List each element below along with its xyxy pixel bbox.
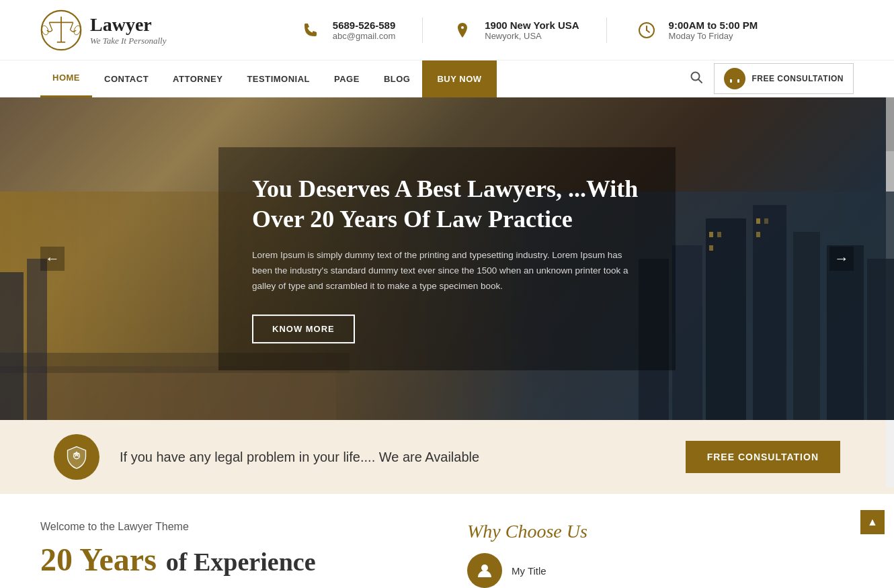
hero-title: You Deserves A Best Lawyers, ...With Ove… — [252, 174, 642, 235]
consult-cta-button[interactable]: FREE CONSULTATION — [686, 441, 840, 473]
avatar-icon — [467, 553, 502, 588]
logo-icon — [40, 9, 82, 51]
welcome-title: Welcome to the Lawyer Theme — [40, 521, 427, 533]
my-title-label: My Title — [512, 565, 546, 577]
top-bar: Lawyer We Take It Personally 5689-526-58… — [0, 0, 894, 60]
hero-next-arrow[interactable]: → — [829, 247, 854, 271]
logo-text: Lawyer We Take It Personally — [90, 14, 167, 46]
phone-icon — [298, 17, 323, 43]
svg-line-12 — [698, 79, 702, 83]
years-number: 20 Years — [40, 541, 157, 578]
phone-text: 5689-526-589 abc@gmail.com — [333, 19, 395, 41]
top-info: 5689-526-589 abc@gmail.com 1900 New York… — [202, 17, 854, 43]
buy-now-button[interactable]: BUY NOW — [422, 60, 496, 97]
right-column: Why Choose Us My Title — [467, 521, 854, 588]
consultation-nav-button[interactable]: FREE CONSULTATION — [714, 63, 854, 94]
hero-section: You Deserves A Best Lawyers, ...With Ove… — [0, 97, 894, 420]
consultation-nav-label: FREE CONSULTATION — [752, 74, 844, 83]
nav-item-home[interactable]: HOME — [40, 60, 92, 97]
consult-text: If you have any legal problem in your li… — [120, 450, 665, 465]
nav-item-blog[interactable]: BLOG — [372, 60, 423, 97]
clock-icon — [634, 17, 659, 43]
address-block: 1900 New York USA Newyork, USA — [422, 17, 606, 43]
svg-line-3 — [49, 22, 52, 30]
years-line: 20 Years of Experience — [40, 541, 427, 578]
nav-bar: HOME CONTACT ATTORNEY TESTIMONIAL PAGE B… — [0, 60, 894, 97]
svg-line-4 — [70, 22, 73, 30]
site-subtitle: We Take It Personally — [90, 36, 167, 46]
consult-badge-icon — [54, 434, 99, 480]
nav-right: FREE CONSULTATION — [690, 63, 854, 94]
nav-links: HOME CONTACT ATTORNEY TESTIMONIAL PAGE B… — [40, 60, 690, 97]
headphone-icon — [724, 68, 745, 89]
years-suffix: of Experience — [166, 547, 316, 577]
hero-content: You Deserves A Best Lawyers, ...With Ove… — [218, 147, 676, 370]
hero-prev-arrow[interactable]: ← — [40, 247, 65, 271]
logo-area: Lawyer We Take It Personally — [40, 9, 202, 51]
address-icon — [450, 17, 475, 43]
left-column: Welcome to the Lawyer Theme 20 Years of … — [40, 521, 427, 588]
address-text: 1900 New York USA Newyork, USA — [485, 19, 579, 41]
nav-item-contact[interactable]: CONTACT — [92, 60, 161, 97]
svg-point-32 — [481, 564, 488, 571]
hero-description: Lorem Ipsum is simply dummy text of the … — [252, 248, 642, 294]
svg-line-10 — [647, 30, 649, 32]
know-more-button[interactable]: KNOW MORE — [252, 314, 355, 343]
shield-star-icon — [65, 445, 89, 469]
scroll-up-button[interactable]: ▲ — [860, 510, 885, 534]
bottom-section: Welcome to the Lawyer Theme 20 Years of … — [0, 494, 894, 588]
nav-item-page[interactable]: PAGE — [322, 60, 372, 97]
nav-item-attorney[interactable]: ATTORNEY — [161, 60, 235, 97]
nav-item-testimonial[interactable]: TESTIMONIAL — [235, 60, 322, 97]
why-choose-title: Why Choose Us — [467, 521, 854, 542]
phone-block: 5689-526-589 abc@gmail.com — [271, 17, 422, 43]
hours-text: 9:00AM to 5:00 PM Moday To Friday — [669, 19, 758, 41]
site-title: Lawyer — [90, 14, 167, 36]
hours-block: 9:00AM to 5:00 PM Moday To Friday — [606, 17, 785, 43]
my-title-row: My Title — [467, 553, 854, 588]
search-button[interactable] — [690, 71, 703, 87]
consult-strip: If you have any legal problem in your li… — [0, 420, 894, 494]
